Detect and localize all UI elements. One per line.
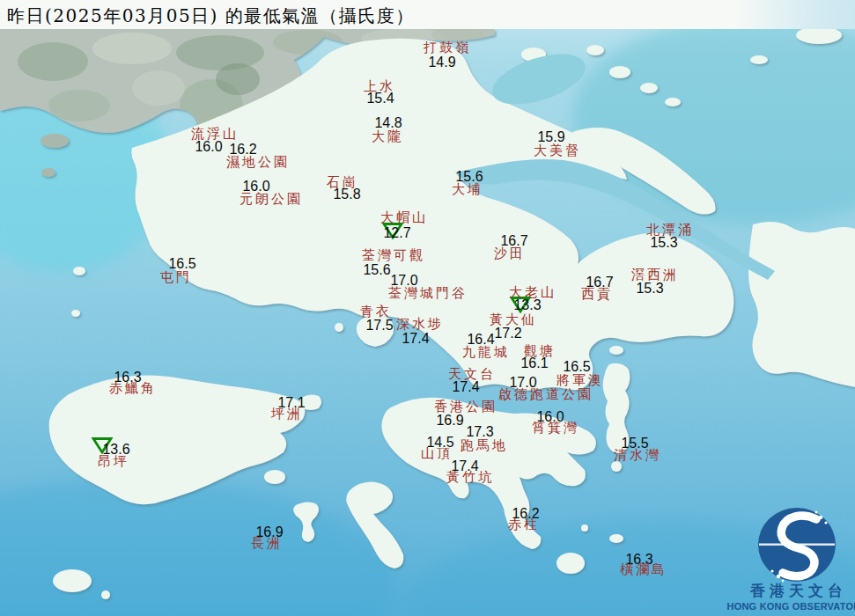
station-name: 筲箕灣: [532, 422, 579, 435]
station-name: 濕地公園: [226, 156, 290, 169]
station-name: 石崗: [327, 176, 358, 189]
station-name: 大帽山: [380, 211, 428, 224]
station-value: 15.3: [650, 236, 677, 250]
station-name: 青衣: [360, 305, 392, 319]
station-name: 九龍城: [462, 346, 510, 359]
station-name: 昂坪: [98, 455, 129, 468]
station-name: 大隴: [372, 130, 403, 143]
station-value: 17.2: [494, 326, 521, 341]
station-name: 流浮山: [191, 128, 239, 141]
station-name: 坪洲: [271, 407, 303, 421]
station-name: 黃竹坑: [446, 471, 494, 484]
station-name: 山頂: [421, 447, 453, 460]
station-name: 荃灣城門谷: [388, 287, 468, 300]
station-name: 荃灣可觀: [362, 249, 425, 262]
station-name: 打鼓嶺: [424, 41, 471, 55]
station-name: 北潭涌: [646, 224, 694, 237]
station-value: 17.4: [402, 332, 429, 346]
station-name: 大埔: [452, 183, 483, 196]
station-name: 深水埗: [396, 318, 444, 331]
station-value: 15.6: [363, 263, 390, 277]
station-value: 17.4: [452, 380, 479, 394]
station-value: 14.9: [428, 55, 455, 70]
station-value: 17.5: [365, 319, 393, 333]
station-name: 赤柱: [508, 518, 540, 532]
station-name: 啟德跑道公園: [498, 388, 593, 401]
station-value: 16.9: [436, 414, 463, 428]
station-name: 將軍澳: [556, 374, 604, 387]
map-title: 昨日(2025年03月05日) 的最低氣溫（攝氏度）: [7, 4, 415, 28]
station-name: 元朗公園: [240, 193, 303, 206]
hko-logo: [758, 508, 836, 582]
station-name: 觀塘: [524, 345, 556, 358]
logo-chinese-label: 香港天文台: [750, 583, 847, 598]
station-name: 香港公園: [434, 400, 498, 414]
station-name: 大美督: [534, 144, 581, 158]
station-name: 長洲: [251, 537, 283, 550]
map-svg: [0, 0, 855, 616]
station-name: 橫瀾島: [620, 563, 667, 576]
station-value: 15.3: [636, 282, 663, 296]
station-name: 赤鱲角: [109, 382, 157, 395]
min-temperature-map: 昨日(2025年03月05日) 的最低氣溫（攝氏度） 14.9打鼓嶺15.4上水…: [0, 0, 855, 616]
station-name: 清水灣: [614, 449, 661, 462]
station-name: 滘西洲: [631, 268, 679, 282]
station-name: 跑馬地: [461, 439, 508, 452]
station-name: 黃大仙: [490, 313, 537, 326]
station-name: 沙田: [494, 247, 526, 260]
station-name: 西貢: [581, 288, 613, 301]
station-name: 屯門: [160, 271, 192, 284]
station-value: 16.0: [195, 140, 222, 154]
station-name: 上水: [364, 80, 395, 93]
logo-english-label: HONG KONG OBSERVATORY: [727, 602, 855, 612]
station-value: 12.7: [383, 226, 410, 240]
station-name: 大老山: [509, 286, 556, 299]
station-name: 天文台: [448, 368, 496, 381]
